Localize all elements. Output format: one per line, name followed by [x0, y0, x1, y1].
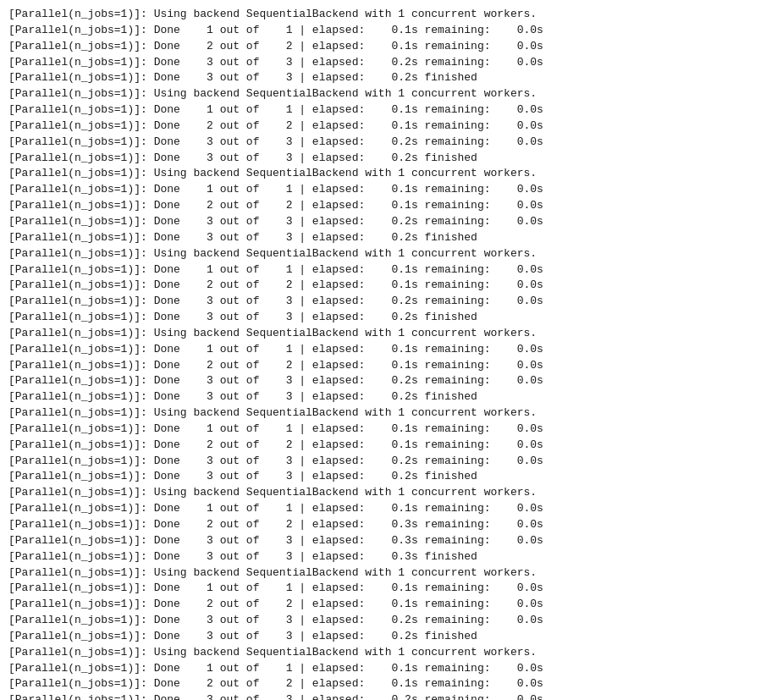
log-line: [Parallel(n_jobs=1)]: Done 3 out of 3 | …	[8, 55, 764, 71]
log-line: [Parallel(n_jobs=1)]: Done 3 out of 3 | …	[8, 230, 764, 246]
log-line: [Parallel(n_jobs=1)]: Done 2 out of 2 | …	[8, 597, 764, 613]
log-line: [Parallel(n_jobs=1)]: Done 2 out of 2 | …	[8, 119, 764, 135]
log-line: [Parallel(n_jobs=1)]: Done 1 out of 1 | …	[8, 422, 764, 438]
log-line: [Parallel(n_jobs=1)]: Done 3 out of 3 | …	[8, 294, 764, 310]
log-output: [Parallel(n_jobs=1)]: Using backend Sequ…	[8, 7, 764, 700]
log-line: [Parallel(n_jobs=1)]: Done 3 out of 3 | …	[8, 454, 764, 470]
log-line: [Parallel(n_jobs=1)]: Done 2 out of 2 | …	[8, 358, 764, 374]
log-line: [Parallel(n_jobs=1)]: Done 2 out of 2 | …	[8, 278, 764, 294]
log-line: [Parallel(n_jobs=1)]: Done 3 out of 3 | …	[8, 549, 764, 565]
log-line: [Parallel(n_jobs=1)]: Using backend Sequ…	[8, 7, 764, 23]
log-line: [Parallel(n_jobs=1)]: Done 3 out of 3 | …	[8, 151, 764, 167]
log-line: [Parallel(n_jobs=1)]: Done 2 out of 2 | …	[8, 198, 764, 214]
log-line: [Parallel(n_jobs=1)]: Done 3 out of 3 | …	[8, 373, 764, 389]
log-line: [Parallel(n_jobs=1)]: Done 3 out of 3 | …	[8, 613, 764, 629]
log-line: [Parallel(n_jobs=1)]: Done 3 out of 3 | …	[8, 533, 764, 549]
log-line: [Parallel(n_jobs=1)]: Done 2 out of 2 | …	[8, 676, 764, 692]
log-line: [Parallel(n_jobs=1)]: Done 2 out of 2 | …	[8, 517, 764, 533]
log-line: [Parallel(n_jobs=1)]: Using backend Sequ…	[8, 485, 764, 501]
log-line: [Parallel(n_jobs=1)]: Done 3 out of 3 | …	[8, 469, 764, 485]
log-line: [Parallel(n_jobs=1)]: Using backend Sequ…	[8, 86, 764, 102]
log-line: [Parallel(n_jobs=1)]: Done 1 out of 1 | …	[8, 661, 764, 677]
log-line: [Parallel(n_jobs=1)]: Using backend Sequ…	[8, 565, 764, 581]
log-line: [Parallel(n_jobs=1)]: Done 3 out of 3 | …	[8, 692, 764, 700]
log-line: [Parallel(n_jobs=1)]: Done 1 out of 1 | …	[8, 581, 764, 597]
log-line: [Parallel(n_jobs=1)]: Done 2 out of 2 | …	[8, 39, 764, 55]
log-line: [Parallel(n_jobs=1)]: Using backend Sequ…	[8, 405, 764, 422]
log-line: [Parallel(n_jobs=1)]: Using backend Sequ…	[8, 166, 764, 182]
log-line: [Parallel(n_jobs=1)]: Done 3 out of 3 | …	[8, 310, 764, 326]
log-line: [Parallel(n_jobs=1)]: Done 1 out of 1 | …	[8, 182, 764, 198]
log-line: [Parallel(n_jobs=1)]: Done 1 out of 1 | …	[8, 262, 764, 278]
log-line: [Parallel(n_jobs=1)]: Done 1 out of 1 | …	[8, 23, 764, 39]
log-line: [Parallel(n_jobs=1)]: Using backend Sequ…	[8, 246, 764, 262]
log-line: [Parallel(n_jobs=1)]: Done 2 out of 2 | …	[8, 438, 764, 454]
log-line: [Parallel(n_jobs=1)]: Done 1 out of 1 | …	[8, 102, 764, 119]
log-line: [Parallel(n_jobs=1)]: Done 3 out of 3 | …	[8, 135, 764, 151]
log-line: [Parallel(n_jobs=1)]: Done 3 out of 3 | …	[8, 70, 764, 86]
log-line: [Parallel(n_jobs=1)]: Done 3 out of 3 | …	[8, 389, 764, 405]
log-line: [Parallel(n_jobs=1)]: Using backend Sequ…	[8, 326, 764, 342]
log-line: [Parallel(n_jobs=1)]: Done 3 out of 3 | …	[8, 629, 764, 645]
log-line: [Parallel(n_jobs=1)]: Done 3 out of 3 | …	[8, 214, 764, 230]
log-line: [Parallel(n_jobs=1)]: Done 1 out of 1 | …	[8, 342, 764, 358]
log-line: [Parallel(n_jobs=1)]: Using backend Sequ…	[8, 645, 764, 661]
log-line: [Parallel(n_jobs=1)]: Done 1 out of 1 | …	[8, 501, 764, 517]
